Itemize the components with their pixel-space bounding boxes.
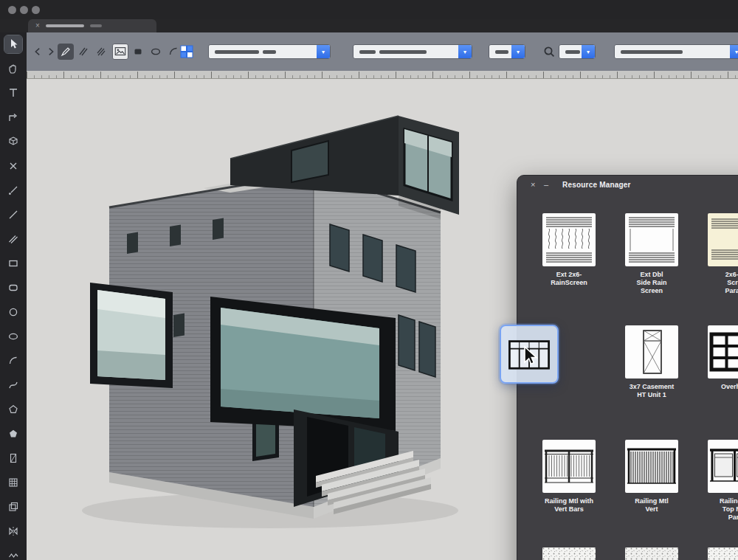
redacted-text bbox=[621, 50, 683, 54]
resource-thumb-railing-panels[interactable] bbox=[708, 440, 738, 493]
ellipse-tool[interactable] bbox=[4, 328, 22, 345]
chevron-down-icon[interactable]: ▾ bbox=[730, 45, 738, 58]
panel-title: Resource Manager bbox=[562, 181, 631, 189]
line-tool[interactable] bbox=[4, 206, 22, 224]
scale-field[interactable]: ▾ bbox=[489, 44, 525, 59]
resource-item[interactable] bbox=[693, 547, 738, 560]
curve-tool[interactable] bbox=[4, 376, 22, 394]
resource-item[interactable]: Ext Dbl Side Rain Screen bbox=[610, 213, 693, 295]
resource-thumb-casement-door[interactable] bbox=[625, 325, 678, 378]
resource-thumb-wall-parapet[interactable] bbox=[708, 213, 738, 266]
hatch-style-button[interactable] bbox=[93, 44, 109, 60]
delete-tool[interactable] bbox=[4, 157, 22, 175]
resource-label: 2x6-R Scre Parap bbox=[725, 271, 738, 295]
chevron-down-icon[interactable]: ▾ bbox=[582, 45, 595, 58]
document-tabbar: × bbox=[0, 19, 738, 32]
redacted-tab-title bbox=[46, 24, 84, 28]
panel-minimize-icon[interactable]: – bbox=[544, 180, 548, 190]
resource-manager-header[interactable]: × – Resource Manager bbox=[517, 176, 738, 195]
flyover-tool[interactable] bbox=[4, 133, 22, 151]
window-close-button[interactable] bbox=[8, 6, 16, 14]
rotate-tool[interactable] bbox=[4, 108, 22, 126]
resource-item[interactable]: Railing Mtl with Vert Bars bbox=[528, 440, 610, 514]
zoom-dropdown[interactable]: ▾ bbox=[559, 44, 596, 59]
resource-thumb-texture[interactable] bbox=[625, 547, 678, 560]
resource-item[interactable]: Railing Mtl Vert bbox=[610, 440, 693, 514]
horizontal-ruler bbox=[27, 71, 738, 79]
resource-label: 3x7 Casement HT Unit 1 bbox=[630, 383, 675, 399]
redacted-text bbox=[379, 50, 427, 54]
window-minimize-button[interactable] bbox=[20, 6, 28, 14]
solid-fill-icon[interactable] bbox=[130, 44, 146, 60]
layers-tool[interactable] bbox=[4, 498, 22, 516]
arc-tool[interactable] bbox=[4, 352, 22, 370]
redacted-text bbox=[565, 50, 580, 54]
door-tool[interactable] bbox=[4, 449, 22, 467]
resource-label: Railing Mtl with Vert Bars bbox=[545, 497, 593, 514]
grid-tool[interactable] bbox=[4, 474, 22, 491]
mouse-cursor bbox=[522, 345, 538, 370]
document-tab[interactable]: × bbox=[28, 19, 156, 32]
resource-item[interactable]: Overhea bbox=[693, 325, 738, 391]
resource-thumb-railing-vert-bars[interactable] bbox=[542, 440, 596, 493]
tab-close-icon[interactable]: × bbox=[35, 22, 40, 30]
text-tool[interactable] bbox=[4, 84, 22, 102]
resource-thumb-wall-rainscreen[interactable] bbox=[542, 213, 596, 266]
image-fill-button[interactable] bbox=[112, 44, 128, 60]
window-titlebar bbox=[0, 0, 738, 19]
tool-palette bbox=[0, 32, 27, 560]
resource-item[interactable] bbox=[528, 547, 610, 560]
resource-label: Ext Dbl Side Rain Screen bbox=[636, 271, 666, 295]
resource-item[interactable]: Railing M Top Rai Pan bbox=[693, 440, 738, 522]
view-dropdown[interactable]: ▾ bbox=[614, 44, 738, 59]
attribute-mapping-button[interactable] bbox=[179, 44, 195, 60]
line-point-tool[interactable] bbox=[4, 182, 22, 199]
forward-button[interactable] bbox=[44, 44, 58, 60]
resource-item[interactable]: Ext 2x6- RainScreen bbox=[528, 213, 610, 287]
panel-close-icon[interactable]: × bbox=[531, 180, 535, 190]
chevron-down-icon[interactable]: ▾ bbox=[511, 45, 525, 58]
chevron-down-icon[interactable]: ▾ bbox=[458, 45, 472, 58]
redacted-text bbox=[495, 50, 508, 54]
resource-thumb-railing-vert[interactable] bbox=[625, 440, 678, 493]
resource-item[interactable]: 2x6-R Scre Parap bbox=[693, 213, 738, 295]
back-button[interactable] bbox=[31, 44, 44, 60]
circle-tool[interactable] bbox=[4, 303, 22, 321]
resource-item[interactable] bbox=[610, 547, 693, 560]
pen-tool-button[interactable] bbox=[58, 44, 74, 60]
redacted-text bbox=[215, 50, 259, 54]
redacted-text bbox=[359, 50, 376, 54]
resource-thumb-texture[interactable] bbox=[542, 547, 596, 560]
double-line-tool[interactable] bbox=[4, 230, 22, 248]
polygon-tool[interactable] bbox=[4, 401, 22, 418]
resource-thumb-texture[interactable] bbox=[708, 547, 738, 560]
resource-label: Railing M Top Rai Pan bbox=[720, 497, 738, 522]
resource-item[interactable]: 3x7 Casement HT Unit 1 bbox=[610, 325, 693, 399]
rectangle-tool[interactable] bbox=[4, 255, 22, 272]
rounded-rectangle-tool[interactable] bbox=[4, 279, 22, 297]
selection-tool[interactable] bbox=[4, 35, 22, 53]
resource-thumb-wall-dbl-rainscreen[interactable] bbox=[625, 213, 678, 266]
resource-label: Railing Mtl Vert bbox=[635, 497, 669, 514]
resource-label: Ext 2x6- RainScreen bbox=[551, 271, 587, 287]
section-line-tool[interactable] bbox=[4, 547, 22, 560]
window-zoom-button[interactable] bbox=[32, 6, 40, 14]
class-dropdown[interactable]: ▾ bbox=[353, 44, 472, 59]
mirror-tool[interactable] bbox=[4, 522, 22, 540]
main-toolbar: ▾ ▾ ▾ ▾ ▾ bbox=[27, 32, 738, 71]
layer-dropdown[interactable]: ▾ bbox=[208, 44, 331, 59]
redacted-tab-badge bbox=[90, 24, 102, 28]
pan-tool[interactable] bbox=[4, 60, 22, 77]
polygon-solid-tool[interactable] bbox=[4, 425, 22, 443]
resource-label: Overhea bbox=[721, 383, 738, 391]
chevron-down-icon[interactable]: ▾ bbox=[317, 45, 330, 58]
redacted-text bbox=[263, 50, 276, 54]
line-style-button[interactable] bbox=[75, 44, 92, 60]
resource-thumb-overhead-door[interactable] bbox=[708, 325, 738, 378]
search-icon[interactable] bbox=[542, 44, 556, 60]
oval-mode-icon[interactable] bbox=[148, 44, 164, 60]
application-window: { "icons": { "close": "×", "minimize": "… bbox=[0, 0, 738, 560]
